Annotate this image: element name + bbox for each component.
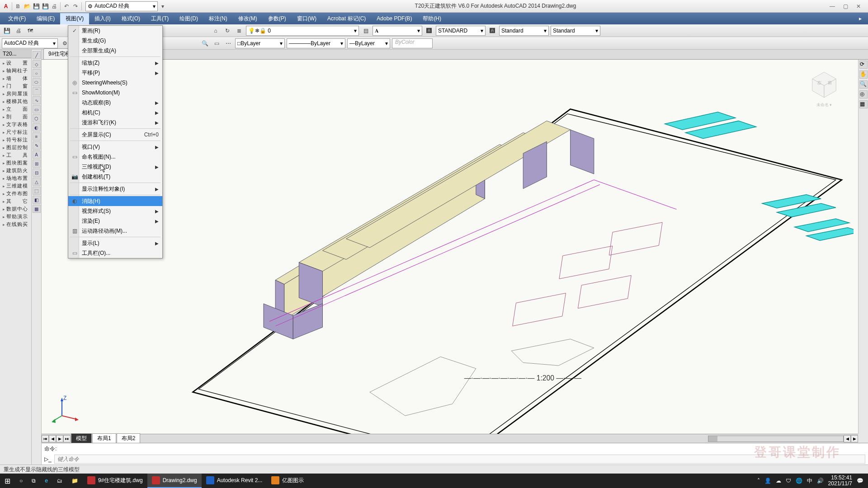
vtool-icon[interactable]: ⬡	[33, 114, 41, 122]
panel-item[interactable]: 墙 体	[0, 75, 31, 82]
panel-item[interactable]: 尺寸标注	[0, 128, 31, 136]
panel-item[interactable]: 门 窗	[0, 82, 31, 90]
vtool-icon[interactable]: ≡	[33, 132, 41, 141]
menu-item[interactable]: 视觉样式(S)▶	[68, 206, 162, 216]
panel-item[interactable]: 其 它	[0, 197, 31, 205]
nav-icon[interactable]: ▦	[859, 100, 868, 108]
clock[interactable]: 15:52:41 2021/11/7	[828, 475, 852, 487]
tray-vol-icon[interactable]: 🔊	[817, 478, 824, 484]
menu-item[interactable]: 全部重生成(A)	[68, 46, 162, 56]
vtool-icon[interactable]: ◐	[33, 123, 41, 131]
vtool-icon[interactable]: ⬚	[33, 187, 41, 195]
close-icon[interactable]: ✕	[856, 3, 861, 9]
command-input[interactable]	[54, 455, 865, 464]
menu-标注[interactable]: 标注(N)	[203, 13, 233, 24]
tray-people-icon[interactable]: 👤	[764, 478, 771, 484]
menu-item[interactable]: 动态观察(B)▶	[68, 98, 162, 108]
tab-nav-prev-icon[interactable]: ◀	[49, 435, 56, 442]
folder-icon[interactable]: 📁	[67, 474, 83, 488]
tool-home-icon[interactable]: ⌂	[211, 26, 221, 36]
annoscale-combo[interactable]: 𝐀▾	[373, 26, 422, 36]
maximize-icon[interactable]: ▢	[843, 3, 848, 9]
linetype-combo[interactable]: ———— ByLayer▾	[287, 38, 345, 48]
workspace-selector[interactable]: ⚙ AutoCAD 经典 ▾	[85, 1, 158, 11]
taskbar-app[interactable]: 9#住宅楼建筑.dwg	[83, 474, 147, 488]
panel-item[interactable]: 场地布置	[0, 174, 31, 182]
new-icon[interactable]: 🗎	[14, 2, 22, 10]
vtool-icon[interactable]: ○	[33, 69, 41, 77]
minimize-icon[interactable]: —	[830, 3, 835, 9]
vtool-icon[interactable]: A	[33, 150, 41, 159]
vtool-icon[interactable]: ∿	[33, 96, 41, 104]
menu-文件[interactable]: 文件(F)	[3, 13, 31, 24]
tool-layers-icon[interactable]: ≣	[234, 26, 244, 36]
tab-nav-first-icon[interactable]: ⏮	[42, 435, 49, 442]
layout-tab[interactable]: 模型	[71, 433, 92, 444]
workspace-combo-2[interactable]: AutoCAD 经典▾	[2, 38, 58, 48]
layer-combo[interactable]: 💡❄🔒 0▾	[246, 26, 359, 36]
panel-item[interactable]: 图块图案	[0, 159, 31, 167]
vtool-icon[interactable]: ⊟	[33, 169, 41, 177]
taskview-icon[interactable]: ⧉	[27, 474, 40, 488]
vtool-icon[interactable]: ⊞	[33, 160, 41, 168]
panel-tab[interactable]: T20...	[0, 50, 31, 58]
menu-item[interactable]: ▭工具栏(O)...	[68, 248, 162, 258]
explorer-icon[interactable]: 🗂	[52, 474, 67, 488]
layout-tab[interactable]: 布局2	[117, 433, 141, 444]
menu-item[interactable]: ▭ShowMotion(M)	[68, 88, 162, 98]
menu-item[interactable]: 显示(L)▶	[68, 238, 162, 248]
menu-编辑[interactable]: 编辑(E)	[31, 13, 60, 24]
nav-icon[interactable]: ⟳	[859, 61, 868, 69]
app-icon[interactable]: A	[2, 2, 10, 10]
open-icon[interactable]: 📂	[23, 2, 31, 10]
panel-item[interactable]: 符号标注	[0, 136, 31, 144]
menu-item[interactable]: 平移(P)▶	[68, 68, 162, 78]
panel-item[interactable]: 建筑防火	[0, 167, 31, 174]
tool-print-icon[interactable]: 🖨	[14, 26, 24, 36]
tool-save-icon[interactable]: 💾	[2, 26, 12, 36]
vtool-icon[interactable]: ⬭	[33, 78, 41, 86]
nav-icon[interactable]: ✋	[859, 70, 868, 79]
panel-item[interactable]: 在线购买	[0, 221, 31, 228]
edge-icon[interactable]: e	[40, 474, 52, 488]
taskbar-app[interactable]: 亿图图示	[267, 474, 308, 488]
panel-item[interactable]: 文字表格	[0, 121, 31, 128]
tray-net-icon[interactable]: 🌐	[796, 478, 802, 484]
menu-item[interactable]: ◎SteeringWheels(S)	[68, 78, 162, 88]
tool-sync-icon[interactable]: ↻	[222, 26, 232, 36]
taskbar-app[interactable]: Autodesk Revit 2...	[202, 474, 267, 488]
menu-item[interactable]: ▭命名视图(N)...	[68, 152, 162, 162]
cortana-icon[interactable]: ○	[15, 474, 27, 488]
menu-插入[interactable]: 插入(I)	[89, 13, 116, 24]
nav-icon[interactable]: ◎	[859, 90, 868, 99]
menu-item[interactable]: 📷创建相机(T)	[68, 172, 162, 182]
nav-icon[interactable]: 🔍	[859, 80, 868, 89]
menu-item[interactable]: ▥运动路径动画(M)...	[68, 226, 162, 236]
menu-item[interactable]: ◐消隐(H)	[68, 196, 162, 206]
panel-item[interactable]: 房间屋顶	[0, 90, 31, 98]
hscroll-left-icon[interactable]: ◀	[844, 435, 851, 442]
redo-icon[interactable]: ↷	[71, 2, 80, 10]
menu-Acrobat 标记[interactable]: Acrobat 标记(C)	[322, 13, 371, 24]
tray-safe-icon[interactable]: 🛡	[786, 478, 791, 484]
tray-onedrive-icon[interactable]: ☁	[776, 478, 781, 484]
menu-item[interactable]: 显示注释性对象(I)▶	[68, 184, 162, 194]
hscroll-thumb[interactable]	[708, 436, 717, 441]
panel-item[interactable]: 数据中心	[0, 205, 31, 213]
panel-item[interactable]: 文件布图	[0, 190, 31, 197]
tablestyle-combo[interactable]: Standard▾	[551, 26, 600, 36]
menu-item[interactable]: 重生成(G)	[68, 36, 162, 46]
textstyle-combo[interactable]: STANDARD▾	[436, 26, 486, 36]
saveas-icon[interactable]: 💾	[41, 2, 49, 10]
vtool-icon[interactable]: ◇	[33, 60, 41, 68]
panel-item[interactable]: 轴网柱子	[0, 67, 31, 75]
tray-up-icon[interactable]: ˄	[757, 478, 760, 484]
vtool-icon[interactable]: ▭	[33, 105, 41, 113]
tool-more-icon[interactable]: ⋯	[223, 38, 233, 48]
tab-nav-next-icon[interactable]: ▶	[56, 435, 63, 442]
start-button[interactable]: ⊞	[0, 474, 15, 488]
vtool-icon[interactable]: ⌒	[33, 87, 41, 95]
menu-item[interactable]: 漫游和飞行(K)▶	[68, 117, 162, 127]
tool-a1-icon[interactable]: 🅰	[424, 26, 434, 36]
notifications-icon[interactable]: 💬	[857, 478, 863, 484]
